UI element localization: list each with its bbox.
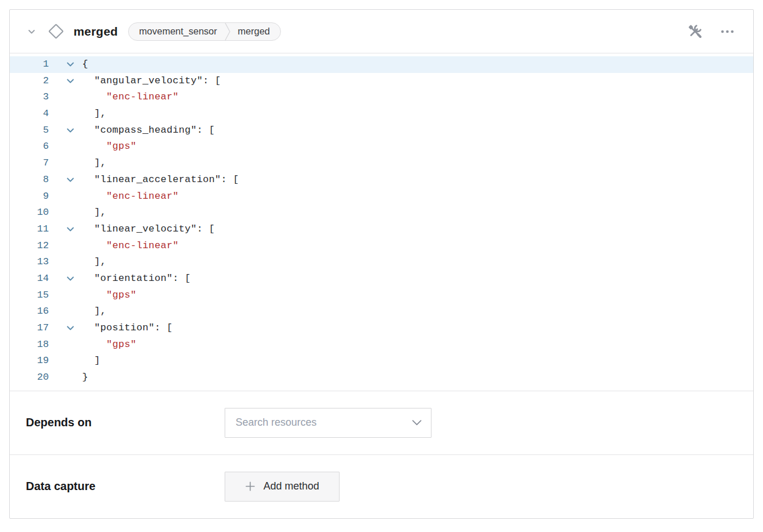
- code-line-text: "gps": [82, 138, 137, 155]
- code-line[interactable]: 12 "enc-linear": [10, 238, 753, 255]
- line-number: 4: [10, 106, 49, 122]
- line-number: 7: [10, 155, 49, 172]
- fold-gutter-spacer: [49, 353, 82, 369]
- code-line-text: "linear_velocity": [: [82, 221, 215, 238]
- fold-gutter-spacer: [49, 205, 82, 221]
- fold-gutter-spacer: [49, 337, 82, 353]
- code-line-text: {: [82, 56, 88, 73]
- fold-chevron-icon[interactable]: [49, 73, 82, 90]
- line-number: 20: [10, 369, 49, 386]
- fold-gutter-spacer: [49, 89, 82, 106]
- line-number: 19: [10, 353, 49, 369]
- depends-on-label: Depends on: [26, 416, 225, 429]
- tools-icon: [687, 24, 703, 39]
- data-capture-section: Data capture Add method: [10, 455, 753, 518]
- code-line[interactable]: 10 ],: [10, 205, 753, 221]
- code-line-text: ],: [82, 205, 106, 221]
- fold-chevron-icon[interactable]: [49, 122, 82, 139]
- plus-icon: [245, 481, 256, 492]
- line-number: 18: [10, 337, 49, 353]
- line-number: 1: [10, 56, 49, 73]
- code-line[interactable]: 15 "gps": [10, 287, 753, 304]
- data-capture-label: Data capture: [26, 480, 225, 493]
- code-editor[interactable]: 1{2 "angular_velocity": [3 "enc-linear"4…: [10, 53, 753, 391]
- breadcrumb-segment-name[interactable]: merged: [231, 23, 280, 40]
- fold-gutter-spacer: [49, 138, 82, 155]
- code-line[interactable]: 19 ]: [10, 353, 753, 369]
- code-line[interactable]: 9 "enc-linear": [10, 188, 753, 205]
- code-line[interactable]: 6 "gps": [10, 138, 753, 155]
- code-line-text: }: [82, 369, 88, 386]
- fold-chevron-icon[interactable]: [49, 221, 82, 238]
- code-line-text: ],: [82, 303, 106, 320]
- code-line[interactable]: 13 ],: [10, 254, 753, 271]
- code-editor-lines: 1{2 "angular_velocity": [3 "enc-linear"4…: [10, 56, 753, 386]
- diamond-icon: [47, 22, 65, 40]
- fold-chevron-icon[interactable]: [49, 271, 82, 287]
- code-line[interactable]: 18 "gps": [10, 337, 753, 353]
- fold-gutter-spacer: [49, 238, 82, 255]
- code-line[interactable]: 20}: [10, 369, 753, 386]
- code-line-text: ],: [82, 155, 106, 172]
- code-line-text: "compass_heading": [: [82, 122, 215, 139]
- fold-gutter-spacer: [49, 369, 82, 386]
- code-line-text: "linear_acceleration": [: [82, 172, 239, 188]
- code-line[interactable]: 5 "compass_heading": [: [10, 122, 753, 139]
- line-number: 10: [10, 205, 49, 221]
- fold-chevron-icon[interactable]: [49, 56, 82, 73]
- component-title: merged: [74, 25, 118, 38]
- component-header: merged movement_sensor merged: [10, 10, 753, 53]
- code-line-text: ]: [82, 353, 101, 369]
- fold-chevron-icon[interactable]: [49, 320, 82, 337]
- line-number: 12: [10, 238, 49, 255]
- chevron-down-icon: [26, 26, 37, 37]
- code-line[interactable]: 14 "orientation": [: [10, 271, 753, 287]
- code-line-text: "angular_velocity": [: [82, 73, 221, 90]
- depends-on-select: [225, 408, 431, 438]
- depends-on-section: Depends on: [10, 391, 753, 455]
- code-line[interactable]: 4 ],: [10, 106, 753, 122]
- line-number: 9: [10, 188, 49, 205]
- fold-gutter-spacer: [49, 254, 82, 271]
- code-line-text: "gps": [82, 337, 137, 353]
- code-line[interactable]: 3 "enc-linear": [10, 89, 753, 106]
- search-resources-input[interactable]: [225, 408, 431, 438]
- fold-gutter-spacer: [49, 188, 82, 205]
- line-number: 14: [10, 271, 49, 287]
- code-line[interactable]: 1{: [10, 56, 753, 73]
- breadcrumb: movement_sensor merged: [128, 22, 281, 41]
- collapse-button[interactable]: [25, 25, 38, 38]
- fold-chevron-icon[interactable]: [49, 172, 82, 188]
- line-number: 3: [10, 89, 49, 106]
- code-line-text: "position": [: [82, 320, 173, 337]
- line-number: 11: [10, 221, 49, 238]
- code-line-text: "enc-linear": [82, 89, 179, 106]
- fold-gutter-spacer: [49, 287, 82, 304]
- fold-gutter-spacer: [49, 155, 82, 172]
- line-number: 5: [10, 122, 49, 139]
- code-line-text: "enc-linear": [82, 238, 179, 255]
- line-number: 17: [10, 320, 49, 337]
- code-line[interactable]: 16 ],: [10, 303, 753, 320]
- breadcrumb-segment-type[interactable]: movement_sensor: [129, 23, 224, 40]
- tools-button[interactable]: [686, 22, 704, 40]
- line-number: 15: [10, 287, 49, 304]
- code-line[interactable]: 8 "linear_acceleration": [: [10, 172, 753, 188]
- add-method-label: Add method: [263, 480, 319, 492]
- code-line[interactable]: 17 "position": [: [10, 320, 753, 337]
- code-line[interactable]: 2 "angular_velocity": [: [10, 73, 753, 90]
- line-number: 6: [10, 138, 49, 155]
- line-number: 13: [10, 254, 49, 271]
- component-card: merged movement_sensor merged: [9, 9, 754, 519]
- code-line-text: "enc-linear": [82, 188, 179, 205]
- fold-gutter-spacer: [49, 303, 82, 320]
- breadcrumb-separator-icon: [224, 23, 231, 40]
- code-line[interactable]: 7 ],: [10, 155, 753, 172]
- fold-gutter-spacer: [49, 106, 82, 122]
- code-line[interactable]: 11 "linear_velocity": [: [10, 221, 753, 238]
- ellipsis-icon: [720, 24, 735, 39]
- code-line-text: ],: [82, 254, 106, 271]
- add-method-button[interactable]: Add method: [225, 472, 340, 502]
- line-number: 8: [10, 172, 49, 188]
- more-menu-button[interactable]: [719, 23, 736, 40]
